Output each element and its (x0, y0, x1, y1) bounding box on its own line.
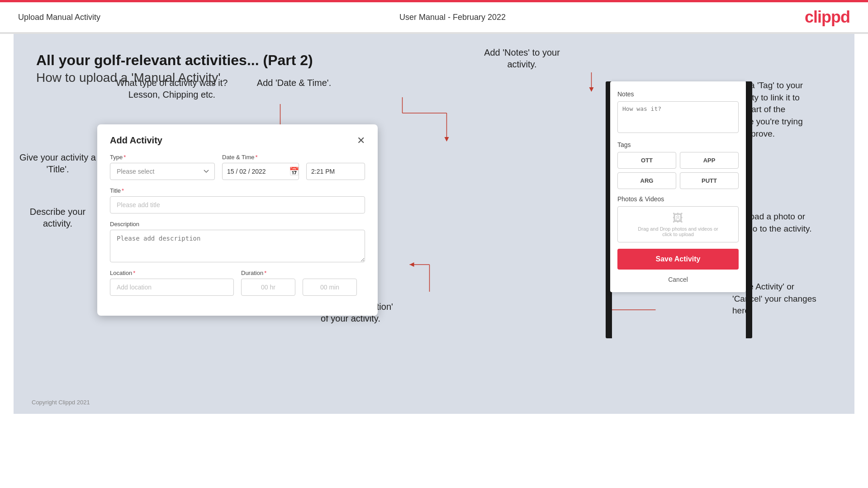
type-required: * (123, 154, 126, 161)
description-textarea[interactable] (110, 230, 365, 262)
notes-section-label: Notes (617, 90, 739, 98)
title-required: * (122, 187, 124, 194)
svg-marker-17 (410, 262, 414, 267)
copyright-text: Copyright Clippd 2021 (32, 399, 90, 406)
annotation-datetime: Add 'Date & Time'. (242, 77, 346, 89)
title-field-group: Title* (110, 187, 365, 213)
modal-header: Add Activity ✕ (110, 135, 365, 146)
calendar-icon: 📅 (289, 166, 299, 176)
header: Upload Manual Activity User Manual - Feb… (0, 2, 868, 33)
svg-marker-19 (589, 87, 594, 92)
title-input[interactable] (110, 196, 365, 213)
annotation-title-text: Give your activity a 'Title'. (19, 152, 96, 174)
date-input[interactable] (222, 163, 299, 180)
annotation-type: What type of activity was it? Lesson, Ch… (113, 77, 231, 100)
tags-grid: OTT APP ARG PUTT (617, 152, 739, 189)
modal-close-button[interactable]: ✕ (357, 136, 365, 146)
tag-ott[interactable]: OTT (617, 152, 676, 169)
main-content: All your golf-relevant activities... (Pa… (14, 34, 854, 414)
title-label: Title* (110, 187, 365, 194)
clippd-logo: clippd (805, 8, 850, 27)
type-label: Type* (110, 154, 215, 161)
tags-section-label: Tags (617, 141, 739, 148)
form-row-type-datetime: Type* Please select Date & Time* 📅 (110, 154, 365, 180)
description-label: Description (110, 221, 365, 227)
type-label-text: Type (110, 154, 123, 161)
datetime-field-group: Date & Time* 📅 (222, 154, 365, 180)
datetime-label-text: Date & Time (222, 154, 255, 161)
location-required: * (133, 270, 135, 276)
description-field-group: Description (110, 221, 365, 262)
annotation-title: Give your activity a 'Title'. (18, 152, 97, 175)
photo-upload-hint: Drag and Drop photos and videos or click… (638, 226, 718, 237)
duration-label-text: Duration (241, 270, 263, 276)
tag-app[interactable]: APP (680, 152, 739, 169)
svg-marker-5 (445, 137, 449, 142)
notes-textarea[interactable] (617, 101, 739, 133)
annotation-description: Describe your activity. (18, 206, 97, 229)
phone-content: Notes Tags OTT APP ARG PUTT Photos & Vid… (610, 81, 746, 292)
photo-upload-area[interactable]: 🖼 Drag and Drop photos and videos or cli… (617, 206, 739, 242)
duration-min-input[interactable] (303, 279, 357, 296)
datetime-inputs: 📅 (222, 163, 365, 180)
annotation-type-text: What type of activity was it? Lesson, Ch… (116, 78, 228, 99)
header-left-label: Upload Manual Activity (18, 13, 100, 22)
modal-title: Add Activity (110, 135, 162, 146)
add-activity-modal: Add Activity ✕ Type* Please select Date … (97, 124, 378, 316)
save-activity-button[interactable]: Save Activity (617, 249, 739, 270)
duration-hr-input[interactable] (241, 279, 295, 296)
tag-arg[interactable]: ARG (617, 172, 676, 189)
datetime-label: Date & Time* (222, 154, 365, 161)
type-select[interactable]: Please select (110, 163, 215, 180)
phone-side-bar-right (746, 81, 752, 338)
annotation-notes: Add 'Notes' to your activity. (472, 47, 572, 70)
duration-inputs (241, 279, 365, 296)
page-title: All your golf-relevant activities... (Pa… (36, 52, 832, 69)
annotation-datetime-text: Add 'Date & Time'. (257, 78, 331, 88)
location-label: Location* (110, 270, 234, 276)
type-field-group: Type* Please select (110, 154, 215, 180)
form-row-location-duration: Location* Duration* (110, 270, 365, 296)
cancel-link[interactable]: Cancel (617, 274, 739, 285)
logo-text: clippd (805, 8, 850, 26)
datetime-required: * (256, 154, 258, 161)
phone-panel: Notes Tags OTT APP ARG PUTT Photos & Vid… (610, 81, 746, 292)
tag-putt[interactable]: PUTT (680, 172, 739, 189)
annotation-photo: Upload a photo or video to the activity. (737, 210, 850, 234)
photos-section-label: Photos & Videos (617, 195, 739, 203)
annotation-desc-text: Describe your activity. (30, 207, 85, 228)
location-field-group: Location* (110, 270, 234, 296)
header-center-label: User Manual - February 2022 (399, 13, 506, 22)
duration-label: Duration* (241, 270, 365, 276)
time-input[interactable] (306, 163, 365, 180)
duration-field-group: Duration* (241, 270, 365, 296)
location-label-text: Location (110, 270, 132, 276)
photo-upload-icon: 🖼 (673, 212, 683, 224)
title-label-text: Title (110, 187, 121, 194)
duration-required: * (264, 270, 266, 276)
location-input[interactable] (110, 279, 234, 296)
annotation-notes-text: Add 'Notes' to your activity. (484, 47, 560, 69)
